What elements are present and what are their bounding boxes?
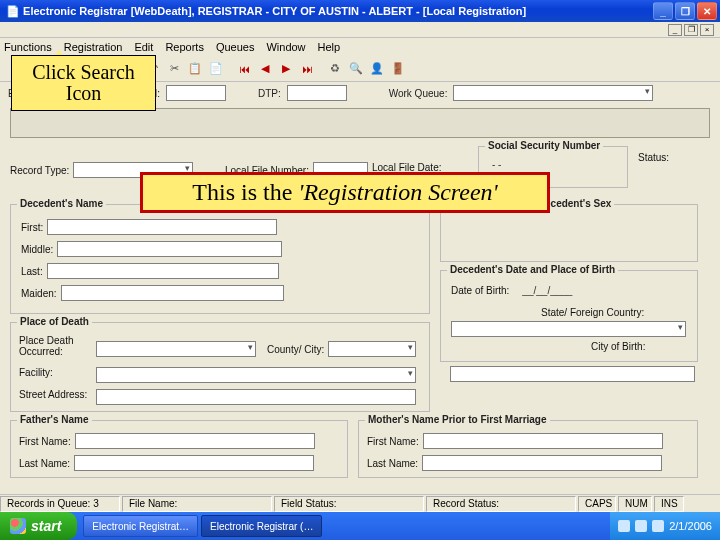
menu-registration[interactable]: Registration bbox=[64, 41, 123, 53]
start-button[interactable]: start bbox=[0, 512, 77, 540]
workqueue-label: Work Queue: bbox=[389, 88, 448, 99]
callout-search-icon: Click Search Icon bbox=[11, 55, 156, 111]
place-occurred-dropdown[interactable] bbox=[96, 341, 256, 357]
status-file-name: File Name: bbox=[122, 496, 272, 512]
street-input[interactable] bbox=[96, 389, 416, 405]
dtp-input[interactable] bbox=[287, 85, 347, 101]
menu-queues[interactable]: Queues bbox=[216, 41, 255, 53]
county-city-label: County/ City: bbox=[267, 344, 324, 355]
window-minimize-button[interactable]: _ bbox=[653, 2, 673, 20]
mdi-controls: _ ❐ × bbox=[0, 22, 720, 38]
next-record-icon[interactable]: ▶ bbox=[277, 60, 295, 78]
windows-logo-icon bbox=[10, 518, 26, 534]
city-birth-label: City of Birth: bbox=[591, 341, 645, 352]
mother-caption: Mother's Name Prior to First Marriage bbox=[365, 414, 550, 425]
tray-icon[interactable] bbox=[618, 520, 630, 532]
state-dropdown[interactable] bbox=[451, 321, 686, 337]
tray-icon[interactable] bbox=[652, 520, 664, 532]
first-input[interactable] bbox=[47, 219, 277, 235]
lfn-input[interactable] bbox=[166, 85, 226, 101]
menu-window[interactable]: Window bbox=[266, 41, 305, 53]
status-label: Status: bbox=[638, 152, 669, 163]
first-label: First: bbox=[21, 222, 43, 233]
dob-group: Decedent's Date and Place of Birth Date … bbox=[440, 270, 698, 362]
menu-edit[interactable]: Edit bbox=[134, 41, 153, 53]
father-first-label: First Name: bbox=[19, 436, 71, 447]
last-input[interactable] bbox=[47, 263, 279, 279]
refresh-icon[interactable]: ♻ bbox=[326, 60, 344, 78]
menu-reports[interactable]: Reports bbox=[165, 41, 204, 53]
maiden-label: Maiden: bbox=[21, 288, 57, 299]
client-area: Record Type: Local File Number: Local Fi… bbox=[0, 104, 720, 494]
dob-input[interactable]: __/__/____ bbox=[519, 285, 572, 296]
maiden-input[interactable] bbox=[61, 285, 284, 301]
menubar: Functions Registration Edit Reports Queu… bbox=[0, 38, 720, 56]
county-city-dropdown[interactable] bbox=[328, 341, 416, 357]
dob-group-caption: Decedent's Date and Place of Birth bbox=[447, 264, 618, 275]
mdi-close-button[interactable]: × bbox=[700, 24, 714, 36]
father-first-input[interactable] bbox=[75, 433, 315, 449]
city-birth-input[interactable] bbox=[450, 366, 695, 382]
middle-input[interactable] bbox=[57, 241, 282, 257]
last-record-icon[interactable]: ⏭ bbox=[298, 60, 316, 78]
father-last-input[interactable] bbox=[74, 455, 314, 471]
last-label: Last: bbox=[21, 266, 43, 277]
mdi-minimize-button[interactable]: _ bbox=[668, 24, 682, 36]
ssn-input[interactable]: - - bbox=[489, 159, 501, 170]
status-record-status: Record Status: bbox=[426, 496, 576, 512]
taskbar-item-2[interactable]: Electronic Registrar (… bbox=[201, 515, 322, 537]
system-tray[interactable]: 2/1/2006 bbox=[610, 512, 720, 540]
dtp-label: DTP: bbox=[258, 88, 281, 99]
pod-caption: Place of Death bbox=[17, 316, 92, 327]
mother-group: Mother's Name Prior to First Marriage Fi… bbox=[358, 420, 698, 478]
prev-record-icon[interactable]: ◀ bbox=[256, 60, 274, 78]
header-banner bbox=[10, 108, 710, 138]
dob-label: Date of Birth: bbox=[451, 285, 509, 296]
decedent-name-group: Decedent's Name First: Middle: Last: Mai… bbox=[10, 204, 430, 314]
mother-first-label: First Name: bbox=[367, 436, 419, 447]
mdi-restore-button[interactable]: ❐ bbox=[684, 24, 698, 36]
ssn-group-caption: Social Security Number bbox=[485, 140, 603, 151]
facility-dropdown[interactable] bbox=[96, 367, 416, 383]
person-icon[interactable]: 👤 bbox=[368, 60, 386, 78]
status-field-status: Field Status: bbox=[274, 496, 424, 512]
audit-icon[interactable]: 🔍 bbox=[347, 60, 365, 78]
father-caption: Father's Name bbox=[17, 414, 92, 425]
copy-icon[interactable]: 📋 bbox=[186, 60, 204, 78]
window-close-button[interactable]: ✕ bbox=[697, 2, 717, 20]
tray-clock: 2/1/2006 bbox=[669, 520, 712, 532]
paste-icon[interactable]: 📄 bbox=[207, 60, 225, 78]
status-records-in-queue: Records in Queue: 3 bbox=[0, 496, 120, 512]
status-caps: CAPS bbox=[578, 496, 616, 512]
statusbar: Records in Queue: 3 File Name: Field Sta… bbox=[0, 494, 720, 512]
facility-label: Facility: bbox=[19, 367, 53, 378]
middle-label: Middle: bbox=[21, 244, 53, 255]
tray-icon[interactable] bbox=[635, 520, 647, 532]
mother-last-input[interactable] bbox=[422, 455, 662, 471]
taskbar-item-1[interactable]: Electronic Registrat… bbox=[83, 515, 198, 537]
record-type-label: Record Type: bbox=[10, 165, 69, 176]
exit-icon[interactable]: 🚪 bbox=[389, 60, 407, 78]
app-icon: 📄 bbox=[6, 5, 20, 18]
taskbar: start Electronic Registrat… Electronic R… bbox=[0, 512, 720, 540]
status-num: NUM bbox=[618, 496, 652, 512]
window-maximize-button[interactable]: ❐ bbox=[675, 2, 695, 20]
mother-last-label: Last Name: bbox=[367, 458, 418, 469]
father-last-label: Last Name: bbox=[19, 458, 70, 469]
decedent-name-caption: Decedent's Name bbox=[17, 198, 106, 209]
cut-icon[interactable]: ✂ bbox=[165, 60, 183, 78]
first-record-icon[interactable]: ⏮ bbox=[235, 60, 253, 78]
callout-registration-screen: This is the 'Registration Screen' bbox=[140, 172, 550, 213]
pod-group: Place of Death Place Death Occurred: Cou… bbox=[10, 322, 430, 412]
street-label: Street Address: bbox=[19, 389, 87, 400]
status-ins: INS bbox=[654, 496, 684, 512]
workqueue-dropdown[interactable] bbox=[453, 85, 653, 101]
place-occurred-label: Place Death Occurred: bbox=[19, 335, 89, 357]
titlebar: 📄 Electronic Registrar [WebDeath], REGIS… bbox=[0, 0, 720, 22]
father-group: Father's Name First Name: Last Name: bbox=[10, 420, 348, 478]
mother-first-input[interactable] bbox=[423, 433, 663, 449]
menu-functions[interactable]: Functions bbox=[4, 41, 52, 53]
menu-help[interactable]: Help bbox=[318, 41, 341, 53]
window-title: Electronic Registrar [WebDeath], REGISTR… bbox=[23, 5, 526, 17]
state-label: State/ Foreign Country: bbox=[541, 307, 644, 318]
